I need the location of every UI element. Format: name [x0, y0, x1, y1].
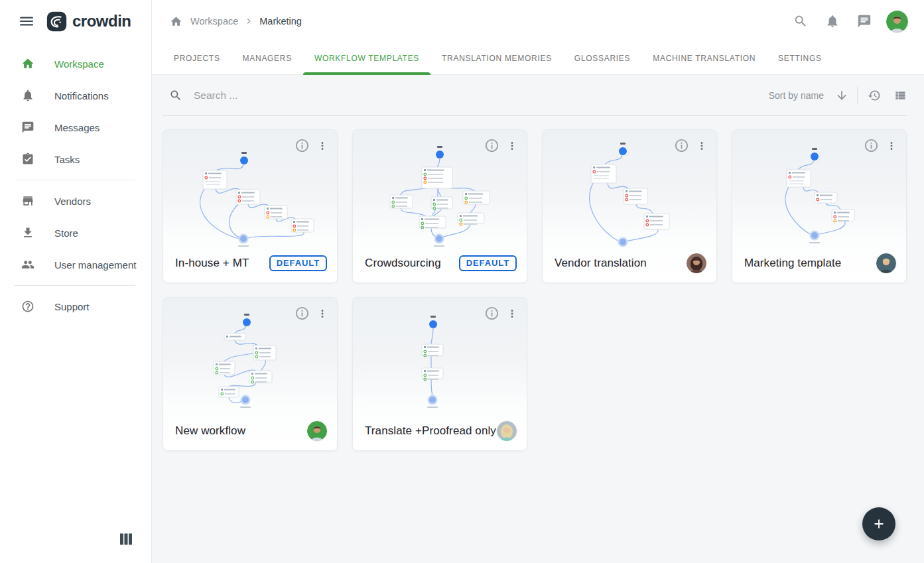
sidebar-header: crowdin	[0, 0, 151, 42]
breadcrumb: Workspace Marketing	[170, 15, 302, 28]
sidebar-item-user-management[interactable]: User management	[0, 249, 151, 281]
card-actions	[295, 306, 328, 321]
plus-icon	[872, 517, 886, 531]
tab-projects[interactable]: PROJECTS	[163, 42, 231, 74]
sidebar-item-messages[interactable]: Messages	[0, 111, 151, 143]
template-card-vendor-translation[interactable]: Vendor translation	[542, 129, 717, 283]
sidebar-item-label: Store	[54, 227, 78, 239]
card-title: Vendor translation	[555, 257, 647, 270]
default-badge: DEFAULT	[459, 255, 517, 271]
tab-translation-memories[interactable]: TRANSLATION MEMORIES	[430, 42, 563, 74]
sidebar-item-store[interactable]: Store	[0, 217, 151, 249]
template-card-new-workflow[interactable]: New workflow	[163, 297, 338, 451]
toolbar-separator	[857, 87, 858, 104]
sidebar-item-label: Vendors	[54, 196, 91, 207]
sidebar-item-label: Support	[54, 301, 90, 312]
app-window: crowdin WorkspaceNotificationsMessagesTa…	[0, 0, 924, 563]
template-card-crowdsourcing[interactable]: CrowdsourcingDEFAULT	[352, 129, 527, 283]
card-footer: CrowdsourcingDEFAULT	[353, 244, 527, 282]
sort-by-label[interactable]: Sort by name	[769, 90, 824, 101]
history-icon[interactable]	[868, 89, 881, 102]
sidebar-item-label: Notifications	[54, 90, 109, 101]
card-footer: In-house + MTDEFAULT	[163, 244, 337, 282]
topbar: Workspace Marketing	[152, 0, 924, 42]
more-options-icon[interactable]	[886, 139, 897, 153]
bell-icon	[21, 89, 34, 102]
vendors-icon	[21, 194, 34, 208]
sidebar-collapse-icon[interactable]	[120, 533, 132, 545]
sidebar: crowdin WorkspaceNotificationsMessagesTa…	[0, 0, 152, 563]
chevron-right-icon	[243, 16, 254, 27]
search-icon[interactable]	[169, 89, 182, 102]
sidebar-item-workspace[interactable]: Workspace	[0, 48, 151, 80]
owner-avatar[interactable]	[876, 253, 896, 273]
owner-avatar[interactable]	[307, 421, 327, 441]
card-footer: Translate +Proofread only	[353, 412, 527, 450]
tab-managers[interactable]: MANAGERS	[231, 42, 303, 74]
crowdin-logo[interactable]: crowdin	[46, 11, 131, 32]
main-area: Workspace Marketing PROJECTSMANAGERSWORK…	[152, 0, 924, 563]
tab-glossaries[interactable]: GLOSSARIES	[563, 42, 641, 74]
hamburger-menu-icon[interactable]	[18, 13, 35, 30]
card-footer: Marketing template	[732, 244, 906, 282]
card-actions	[484, 306, 518, 321]
tab-machine-translation[interactable]: MACHINE TRANSLATION	[641, 42, 767, 74]
card-actions	[864, 138, 897, 153]
info-icon[interactable]	[484, 306, 499, 321]
more-options-icon[interactable]	[696, 139, 708, 153]
more-options-icon[interactable]	[316, 307, 328, 320]
breadcrumb-workspace-link[interactable]: Workspace	[190, 16, 238, 27]
card-title: Translate +Proofread only	[365, 424, 496, 438]
sidebar-item-vendors[interactable]: Vendors	[0, 185, 151, 217]
card-title: New workflow	[175, 424, 245, 438]
card-footer: Vendor translation	[543, 244, 716, 282]
sidebar-item-notifications[interactable]: Notifications	[0, 80, 151, 111]
users-icon	[21, 258, 34, 271]
add-template-button[interactable]	[862, 507, 895, 540]
sidebar-divider	[15, 180, 135, 180]
sidebar-item-tasks[interactable]: Tasks	[0, 143, 151, 175]
sidebar-item-support[interactable]: Support	[0, 290, 151, 322]
list-view-icon[interactable]	[893, 89, 907, 102]
sidebar-divider	[15, 285, 135, 286]
notifications-icon[interactable]	[825, 14, 840, 29]
support-icon	[21, 300, 34, 313]
info-icon[interactable]	[674, 138, 689, 153]
message-icon	[21, 121, 34, 134]
card-title: Marketing template	[744, 257, 841, 270]
breadcrumb-current: Marketing	[259, 16, 302, 27]
info-icon[interactable]	[864, 138, 879, 153]
card-title: Crowdsourcing	[365, 257, 441, 270]
tab-settings[interactable]: SETTINGS	[767, 42, 833, 74]
template-card-marketing-template[interactable]: Marketing template	[732, 129, 907, 283]
more-options-icon[interactable]	[316, 139, 328, 153]
tasks-icon	[21, 153, 34, 166]
toolbar-right: Sort by name	[769, 87, 907, 104]
info-icon[interactable]	[295, 138, 310, 153]
breadcrumb-home-icon[interactable]	[170, 15, 182, 28]
content: Sort by name In-house + MTDEFAULTCrowdso…	[152, 75, 924, 563]
sidebar-nav: WorkspaceNotificationsMessagesTasksVendo…	[0, 48, 151, 322]
search-input[interactable]	[194, 90, 472, 101]
sidebar-item-label: Tasks	[54, 154, 80, 165]
search-icon[interactable]	[793, 14, 808, 29]
card-footer: New workflow	[163, 412, 337, 450]
messages-icon[interactable]	[857, 14, 872, 29]
card-title: In-house + MT	[175, 257, 249, 270]
template-card-translate-proofread-only[interactable]: Translate +Proofread only	[352, 297, 527, 451]
card-actions	[484, 138, 518, 153]
owner-avatar[interactable]	[497, 421, 517, 441]
owner-avatar[interactable]	[687, 253, 706, 273]
user-avatar[interactable]	[886, 11, 908, 32]
default-badge: DEFAULT	[269, 255, 327, 271]
tab-workflow-templates[interactable]: WORKFLOW TEMPLATES	[303, 42, 430, 74]
template-grid: In-house + MTDEFAULTCrowdsourcingDEFAULT…	[163, 129, 907, 451]
more-options-icon[interactable]	[506, 139, 518, 153]
store-icon	[21, 226, 34, 239]
template-card-in-house-mt[interactable]: In-house + MTDEFAULT	[163, 129, 338, 283]
more-options-icon[interactable]	[506, 307, 518, 320]
info-icon[interactable]	[295, 306, 310, 321]
card-actions	[295, 138, 328, 153]
sort-direction-icon[interactable]	[835, 89, 848, 102]
info-icon[interactable]	[484, 138, 499, 153]
